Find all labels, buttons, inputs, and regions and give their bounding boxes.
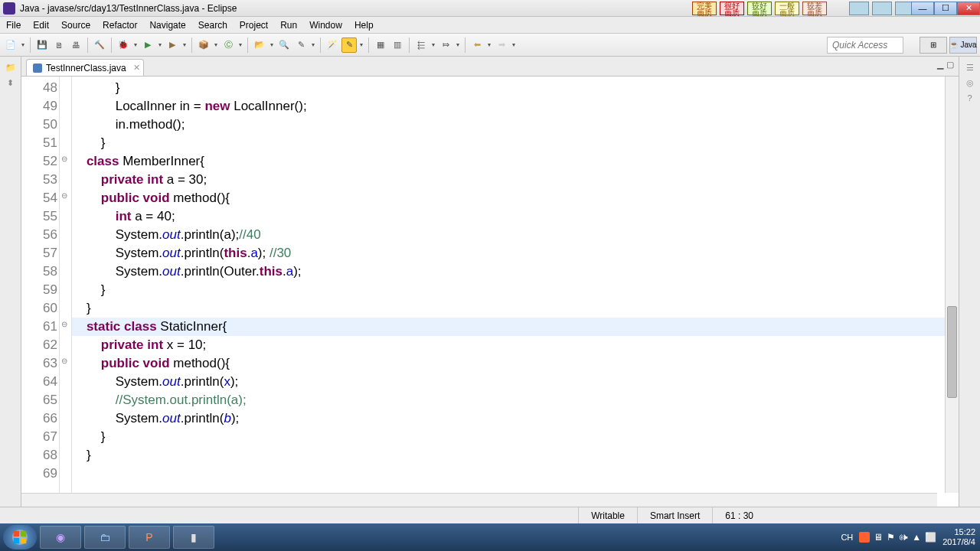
forward-button[interactable]: ➡ [494, 37, 509, 53]
clock-date: 2017/8/4 [942, 537, 975, 547]
taskbar-eclipse[interactable]: ◉ [40, 526, 81, 549]
maximize-view-icon[interactable]: ▢ [946, 60, 954, 70]
editor-tab-active[interactable]: TestInnerClass.java ✕ [26, 59, 144, 76]
external-tools-button[interactable]: ▶ [165, 37, 180, 53]
debug-button[interactable]: 🐞 [116, 37, 131, 53]
svg-rect-2 [21, 531, 26, 536]
minimize-button[interactable]: — [911, 2, 934, 15]
menu-run[interactable]: Run [274, 20, 303, 31]
print-button[interactable]: 🖶 [68, 37, 83, 53]
tray-icon-3[interactable]: ⚑ [887, 532, 895, 543]
outline-icon[interactable]: ◎ [964, 77, 976, 89]
package-explorer-icon[interactable]: 📁 [5, 61, 17, 73]
taskbar-terminal[interactable]: ▮ [173, 526, 214, 549]
window-buttons: — ☐ ✕ [911, 2, 980, 15]
vertical-scrollbar[interactable] [945, 77, 959, 493]
menu-search[interactable]: Search [192, 20, 234, 31]
quality-badges: 完美 画质 很好 画质 较好 画质 一般 画质 较差 画质 [692, 2, 827, 15]
open-type-button[interactable]: 📂 [252, 37, 267, 53]
svg-rect-4 [21, 538, 26, 543]
close-tab-icon[interactable]: ✕ [133, 63, 140, 73]
taskbar-explorer[interactable]: 🗀 [84, 526, 126, 549]
layout-button-2[interactable]: ▥ [390, 37, 405, 53]
menu-project[interactable]: Project [234, 20, 274, 31]
editor-tabs: TestInnerClass.java ✕ ▁ ▢ [21, 57, 959, 77]
eclipse-icon [3, 2, 15, 15]
tray-icons: 🖥 ⚑ 🕪 ▲ ⬜ [859, 532, 936, 543]
fold-marker-strip [60, 77, 72, 493]
hierarchy-icon[interactable]: ⬍ [5, 77, 17, 89]
status-bar: Writable Smart Insert 61 : 30 [0, 507, 980, 523]
close-button[interactable]: ✕ [957, 2, 980, 15]
quality-poor[interactable]: 较差 画质 [802, 2, 827, 15]
perspective-switcher: ⊞ ☕Java [920, 37, 977, 54]
ime-indicator[interactable]: CH [841, 533, 853, 542]
new-button[interactable]: 📄 [3, 37, 18, 53]
layout-button-1[interactable]: ▦ [373, 37, 388, 53]
line-number-gutter: 4849505152535455565758596061626364656667… [21, 77, 60, 493]
save-button[interactable]: 💾 [34, 37, 50, 53]
right-trim: ☰ ◎ ? [959, 57, 980, 507]
menu-help[interactable]: Help [348, 20, 380, 31]
menu-source[interactable]: Source [55, 20, 96, 31]
run-button[interactable]: ▶ [140, 37, 155, 53]
system-tray: CH 🖥 ⚑ 🕪 ▲ ⬜ 15:22 2017/8/4 [841, 527, 975, 547]
scrollbar-thumb[interactable] [947, 306, 957, 398]
code-editor[interactable]: } LocalInner in = new LocalInner(); in.m… [72, 77, 945, 493]
workspace: 📁 ⬍ TestInnerClass.java ✕ ▁ ▢ 4849505152… [0, 57, 980, 507]
tray-icon-2[interactable]: 🖥 [874, 532, 883, 543]
quick-access-input[interactable] [827, 37, 903, 54]
new-class-button[interactable]: Ⓒ [220, 37, 236, 53]
wand-button[interactable]: 🪄 [325, 37, 340, 53]
status-insert-mode: Smart Insert [637, 507, 712, 523]
horizontal-scrollbar[interactable] [21, 493, 937, 507]
quality-average[interactable]: 一般 画质 [775, 2, 799, 15]
companion-icon-2[interactable] [872, 2, 892, 15]
menu-navigate[interactable]: Navigate [143, 20, 191, 31]
nav-next-button[interactable]: ⤇ [438, 37, 453, 53]
help-icon[interactable]: ? [964, 92, 976, 104]
maximize-button[interactable]: ☐ [934, 2, 957, 15]
menu-edit[interactable]: Edit [27, 20, 55, 31]
new-package-button[interactable]: 📦 [196, 37, 211, 53]
quality-good[interactable]: 较好 画质 [747, 2, 772, 15]
save-all-button[interactable]: 🗎 [51, 37, 67, 53]
left-trim: 📁 ⬍ [0, 57, 21, 507]
code-container: 4849505152535455565758596061626364656667… [21, 77, 959, 493]
taskbar-powerpoint[interactable]: P [129, 526, 170, 549]
tray-icon-4[interactable]: 🕪 [899, 532, 908, 543]
menu-bar: FileEditSourceRefactorNavigateSearchProj… [0, 17, 980, 34]
nav-prev-button[interactable]: ⬱ [413, 37, 429, 53]
taskbar: ◉ 🗀 P ▮ CH 🖥 ⚑ 🕪 ▲ ⬜ 15:22 2017/8/4 [0, 523, 980, 551]
java-perspective-button[interactable]: ☕Java [949, 37, 977, 54]
editor-tab-label: TestInnerClass.java [46, 63, 126, 73]
tray-icon-5[interactable]: ▲ [912, 532, 921, 543]
svg-rect-1 [14, 531, 19, 536]
open-perspective-button[interactable]: ⊞ [920, 37, 947, 54]
companion-icon-1[interactable] [849, 2, 869, 15]
status-cursor-position: 61 : 30 [712, 507, 766, 523]
build-button[interactable]: 🔨 [92, 37, 107, 53]
tray-icon-6[interactable]: ⬜ [925, 532, 936, 543]
quality-great[interactable]: 很好 画质 [720, 2, 744, 15]
menu-refactor[interactable]: Refactor [96, 20, 143, 31]
new-dropdown[interactable]: ▾ [20, 41, 26, 48]
svg-rect-3 [14, 538, 19, 543]
task-list-icon[interactable]: ☰ [964, 61, 976, 73]
toolbar: 📄▾ 💾 🗎 🖶 🔨 🐞▾ ▶▾ ▶▾ 📦▾ Ⓒ▾ 📂▾ 🔍 ✎▾ 🪄 ✎▾ ▦… [0, 34, 980, 57]
start-button[interactable] [3, 525, 37, 549]
clock[interactable]: 15:22 2017/8/4 [942, 527, 975, 547]
title-bar: Java - javase/src/day13/TestInnerClass.j… [0, 0, 980, 17]
status-writable: Writable [578, 507, 637, 523]
back-button[interactable]: ⬅ [469, 37, 485, 53]
menu-window[interactable]: Window [303, 20, 348, 31]
highlight-button[interactable]: ✎ [341, 37, 357, 53]
minimize-view-icon[interactable]: ▁ [937, 60, 943, 70]
tray-icon-1[interactable] [859, 532, 870, 543]
toggle-mark-button[interactable]: ✎ [293, 37, 309, 53]
search-button[interactable]: 🔍 [276, 37, 292, 53]
companion-icons [849, 2, 915, 15]
quality-perfect[interactable]: 完美 画质 [692, 2, 717, 15]
menu-file[interactable]: File [0, 20, 27, 31]
window-title: Java - javase/src/day13/TestInnerClass.j… [20, 3, 237, 14]
